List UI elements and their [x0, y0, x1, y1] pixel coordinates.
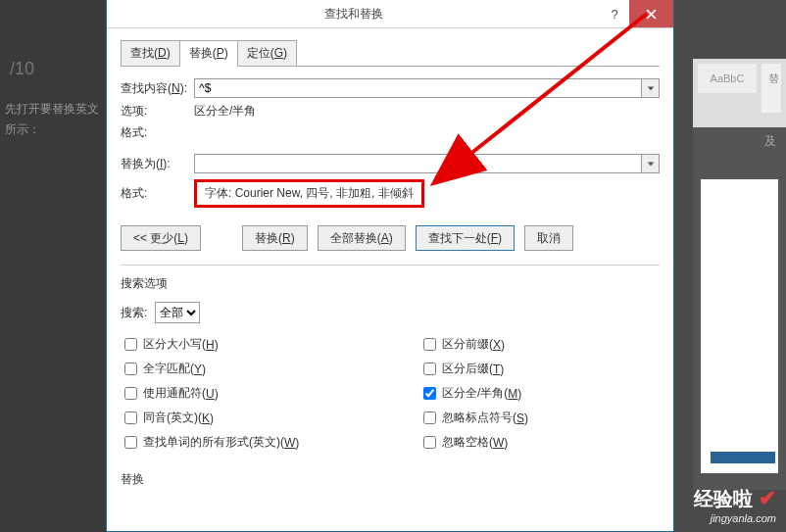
replace-all-button[interactable]: 全部替换(A)	[318, 225, 406, 251]
dialog-title: 查找和替换	[107, 6, 600, 23]
find-what-row: 查找内容(N):	[121, 78, 660, 98]
replace-format-highlight: 字体: Courier New, 四号, 非加粗, 非倾斜	[194, 179, 424, 208]
checkbox-col-right: 区分前缀(X) 区分后缀(T) 区分全/半角(M) 忽略标点符号(S) 忽略空格…	[361, 335, 660, 458]
find-what-input[interactable]	[194, 78, 642, 98]
less-button[interactable]: << 更少(L)	[121, 225, 201, 251]
checkmark-icon: ✔	[759, 486, 776, 510]
find-format-label: 格式:	[121, 124, 194, 141]
svg-marker-3	[647, 162, 653, 166]
background-page-bar	[711, 452, 775, 463]
replace-format-row: 格式: 字体: Courier New, 四号, 非加粗, 非倾斜	[121, 179, 660, 208]
replace-section-label: 替换	[121, 471, 660, 488]
search-direction-label: 搜索:	[121, 305, 147, 321]
chk-wildcards[interactable]: 使用通配符(U)	[121, 384, 361, 403]
replace-with-input[interactable]	[194, 154, 642, 173]
replace-button[interactable]: 替换(R)	[242, 225, 308, 251]
tab-goto[interactable]: 定位(G)	[238, 40, 297, 67]
background-ribbon: AaBbC 替	[693, 59, 786, 127]
search-direction-select[interactable]: 全部	[155, 302, 200, 323]
find-replace-dialog: 查找和替换 ? 查找(D) 替换(P) 定位(G) 查找内容(N): 选项: 区…	[106, 0, 674, 532]
search-options-label: 搜索选项	[121, 275, 660, 292]
help-button[interactable]: ?	[600, 0, 629, 27]
chk-match-case[interactable]: 区分大小写(H)	[121, 335, 361, 354]
find-what-dropdown[interactable]	[642, 78, 660, 98]
find-what-label: 查找内容(N):	[121, 80, 194, 97]
close-button[interactable]	[629, 0, 673, 27]
watermark: 经验啦 ✔ jingyanla.com	[694, 486, 776, 524]
replace-with-dropdown[interactable]	[642, 154, 660, 173]
find-next-button[interactable]: 查找下一处(F)	[416, 225, 515, 251]
close-icon	[646, 9, 657, 20]
search-options-group: 搜索选项 搜索: 全部 区分大小写(H) 全字匹配(Y) 使用通配符(U) 同音…	[121, 275, 660, 488]
background-sidebar-left: /10 先打开要替换英文 所示：	[0, 0, 108, 532]
dialog-titlebar: 查找和替换 ?	[107, 0, 673, 28]
chk-suffix[interactable]: 区分后缀(T)	[419, 360, 660, 378]
watermark-url: jingyanla.com	[694, 512, 776, 524]
chk-ignore-punct[interactable]: 忽略标点符号(S)	[419, 409, 660, 427]
cancel-button[interactable]: 取消	[524, 225, 573, 251]
chk-prefix[interactable]: 区分前缀(X)	[419, 335, 660, 354]
options-label: 选项:	[121, 103, 194, 120]
button-row: << 更少(L) 替换(R) 全部替换(A) 查找下一处(F) 取消	[121, 225, 660, 266]
dialog-body: 查找(D) 替换(P) 定位(G) 查找内容(N): 选项: 区分全/半角 格式…	[107, 28, 673, 488]
find-format-row: 格式:	[121, 124, 660, 141]
style-sample: AaBbC	[698, 64, 757, 93]
chevron-down-icon	[647, 84, 655, 92]
page-counter: /10	[0, 59, 108, 79]
find-what-combo	[194, 78, 660, 98]
watermark-title: 经验啦 ✔	[694, 486, 776, 512]
tab-find[interactable]: 查找(D)	[121, 40, 180, 67]
tab-strip: 查找(D) 替换(P) 定位(G)	[121, 40, 660, 67]
replace-with-row: 替换为(I):	[121, 154, 660, 173]
options-row: 选项: 区分全/半角	[121, 103, 660, 120]
chk-all-forms[interactable]: 查找单词的所有形式(英文)(W)	[121, 433, 361, 452]
background-page	[701, 179, 778, 473]
chevron-down-icon	[647, 160, 655, 168]
options-value: 区分全/半角	[194, 103, 256, 120]
bg-text-line2: 所示：	[0, 120, 108, 140]
checkbox-columns: 区分大小写(H) 全字匹配(Y) 使用通配符(U) 同音(英文)(K) 查找单词…	[121, 335, 660, 458]
search-direction-row: 搜索: 全部	[121, 302, 660, 323]
checkbox-col-left: 区分大小写(H) 全字匹配(Y) 使用通配符(U) 同音(英文)(K) 查找单词…	[121, 335, 361, 458]
chk-ignore-space[interactable]: 忽略空格(W)	[419, 433, 660, 452]
replace-with-combo	[194, 154, 660, 173]
bg-text-line1: 先打开要替换英文	[0, 99, 108, 120]
chk-whole-word[interactable]: 全字匹配(Y)	[121, 360, 361, 378]
tab-replace[interactable]: 替换(P)	[180, 40, 238, 67]
background-doc-right: AaBbC 替 及	[693, 59, 786, 490]
replace-with-label: 替换为(I):	[121, 156, 194, 172]
replace-format-label: 格式:	[121, 185, 194, 202]
bg-side-label: 及	[693, 127, 786, 150]
ribbon-button-text: 替	[761, 64, 781, 113]
chk-sounds-like[interactable]: 同音(英文)(K)	[121, 409, 361, 427]
chk-full-half[interactable]: 区分全/半角(M)	[419, 384, 660, 403]
svg-marker-2	[647, 86, 653, 90]
